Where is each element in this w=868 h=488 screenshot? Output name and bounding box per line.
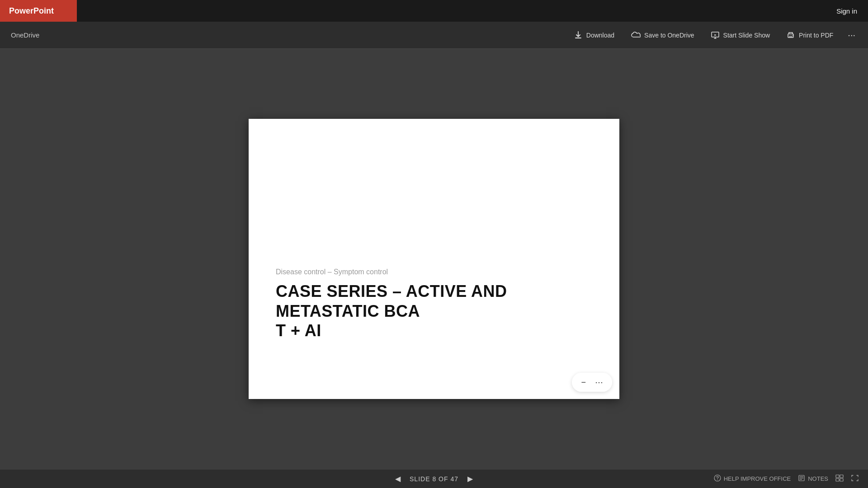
svg-point-3 [793,35,793,36]
toolbar: OneDrive Download Save to OneDrive [0,22,868,49]
slide-zoom-controls: − ⋯ [572,373,612,392]
slide-title-line1: CASE SERIES – ACTIVE AND METASTATIC BCA [276,282,507,320]
print-icon [786,31,795,40]
download-label: Download [586,32,614,39]
start-slide-show-label: Start Slide Show [723,32,770,39]
svg-rect-11 [840,475,843,478]
save-to-onedrive-button[interactable]: Save to OneDrive [623,28,702,42]
slideshow-icon [711,31,720,40]
toolbar-actions: Download Save to OneDrive Start Slide Sh… [566,26,861,44]
help-improve-label: HELP IMPROVE OFFICE [724,475,791,482]
notes-button[interactable]: NOTES [798,474,828,483]
start-slide-show-button[interactable]: Start Slide Show [703,27,778,43]
slide-container: Disease control – Symptom control CASE S… [249,119,619,399]
slide-indicator: SLIDE 8 OF 47 [410,475,458,483]
help-icon [714,474,721,483]
more-options-button[interactable]: ··· [842,26,861,44]
slide-subtitle: Disease control – Symptom control [276,268,592,276]
onedrive-icon [631,32,641,39]
fit-to-window[interactable] [851,474,859,483]
svg-point-5 [717,479,718,480]
app-logo: PowerPoint [0,0,77,22]
view-toggle[interactable] [835,474,844,483]
sign-in-button[interactable]: Sign in [826,0,868,22]
print-to-pdf-button[interactable]: Print to PDF [779,27,840,43]
svg-rect-12 [836,479,839,481]
svg-rect-10 [836,475,839,478]
status-right: HELP IMPROVE OFFICE NOTES [714,474,859,483]
print-to-pdf-label: Print to PDF [799,32,833,39]
slide-content: Disease control – Symptom control CASE S… [276,268,592,340]
slide-title: CASE SERIES – ACTIVE AND METASTATIC BCA … [276,282,592,340]
app-name: PowerPoint [9,6,54,16]
slide-title-line2: T + AI [276,321,321,340]
prev-slide-button[interactable]: ◀ [392,473,404,485]
title-bar: PowerPoint Sign in [0,0,868,22]
status-bar: ◀ SLIDE 8 OF 47 ▶ HELP IMPROVE OFFICE [0,469,868,488]
notes-label: NOTES [808,475,828,482]
next-slide-button[interactable]: ▶ [464,473,476,485]
save-to-onedrive-label: Save to OneDrive [644,32,694,39]
slide-navigation: ◀ SLIDE 8 OF 47 ▶ [392,473,476,485]
fit-icon [851,474,859,483]
status-bar-container: ◀ SLIDE 8 OF 47 ▶ HELP IMPROVE OFFICE [9,474,859,483]
svg-rect-2 [789,36,793,38]
download-button[interactable]: Download [566,27,622,43]
notes-icon [798,474,805,483]
help-improve-office[interactable]: HELP IMPROVE OFFICE [714,474,791,483]
main-content: Disease control – Symptom control CASE S… [0,49,868,469]
zoom-out-button[interactable]: − [577,376,590,389]
download-icon [574,31,583,40]
slide-more-button[interactable]: ⋯ [591,375,607,389]
view-icon [835,474,844,483]
breadcrumb[interactable]: OneDrive [7,31,43,39]
svg-rect-13 [840,479,843,481]
